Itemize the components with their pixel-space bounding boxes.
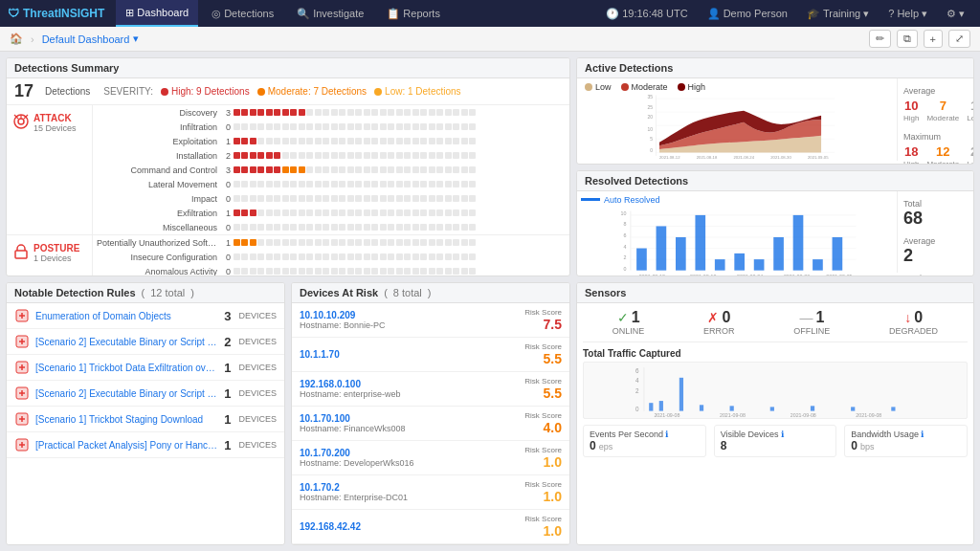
row-bars (233, 195, 477, 202)
active-detections-stats: Average 10 High 7 Moderate 1 Low (897, 78, 973, 161)
table-row: Infiltration 0 (93, 120, 569, 134)
bar-bg-cell (371, 268, 378, 275)
bar-bg-cell (355, 181, 362, 187)
rule-icon-3 (14, 386, 30, 401)
resolved-detections-svg: 10 8 6 4 2 0 (581, 207, 893, 277)
device-ip-3[interactable]: 10.1.70.100 (300, 413, 524, 424)
bar-high-cell (234, 138, 240, 144)
bar-bg-cell (453, 268, 459, 275)
devices-risk-title: Devices At Risk (300, 287, 378, 298)
nav-item-reports[interactable]: 📋 Reports (377, 0, 450, 27)
rule-count-3: 1 (224, 386, 231, 401)
device-ip-0[interactable]: 10.10.10.209 (300, 310, 524, 320)
bar-bg-cell (469, 166, 476, 173)
list-item: [Practical Packet Analysis] Pony or Hanc… (7, 432, 284, 458)
bar-bg-cell (266, 181, 273, 187)
rule-name-1[interactable]: [Scenario 2] Executable Binary or Script… (35, 337, 218, 347)
logo-text: ThreatINSIGHT (23, 7, 104, 20)
rule-name-5[interactable]: [Practical Packet Analysis] Pony or Hanc… (35, 440, 218, 451)
bottom-left-panels: Notable Detection Rules ( 12 total ) Enu… (6, 282, 570, 545)
device-risk-3: Risk Score 4.0 (524, 411, 562, 435)
device-ip-5[interactable]: 10.1.70.2 (300, 482, 524, 493)
bar-bg-cell (266, 224, 273, 231)
user-menu[interactable]: 👤 Demo Person (700, 8, 795, 20)
resolved-legend: Auto Resolved (581, 195, 893, 205)
svg-text:6: 6 (635, 367, 639, 374)
device-info-4: 10.1.70.200 Hostname: DeveloperWks016 (300, 448, 524, 468)
bar-bg-cell (396, 253, 403, 260)
active-detections-svg: 35 25 20 10 5 0 (581, 92, 893, 165)
bar-bg-cell (429, 181, 435, 187)
svg-point-1 (18, 119, 24, 124)
bar-bg-cell (436, 268, 443, 275)
bar-bg-cell (241, 123, 248, 130)
bar-high-cell (257, 166, 264, 173)
bar-high-cell (234, 152, 240, 159)
devices-value: 8 (721, 439, 727, 452)
bar-bg-cell (420, 268, 427, 275)
help-menu[interactable]: ? Help ▾ (880, 8, 935, 20)
edit-button[interactable]: ✏ (869, 30, 891, 48)
home-icon[interactable]: 🏠 (10, 33, 23, 45)
nav-item-detections[interactable]: ◎ Detections (202, 0, 283, 27)
device-ip-1[interactable]: 10.1.1.70 (300, 349, 524, 360)
bar-bg-cell (306, 209, 313, 216)
breadcrumb[interactable]: Default Dashboard ▾ (42, 33, 140, 45)
clock-icon: 🕐 (606, 8, 619, 20)
rule-name-2[interactable]: [Scenario 1] Trickbot Data Exfiltration … (35, 363, 218, 373)
bar-bg-cell (429, 253, 435, 260)
svg-rect-47 (734, 253, 745, 270)
bar-bg-cell (445, 253, 452, 260)
device-ip-4[interactable]: 10.1.70.200 (300, 448, 524, 458)
bar-bg-cell (420, 209, 427, 216)
sensors-panel: Sensors ✓ 1 ONLINE ✗ 0 ERROR (576, 282, 974, 545)
bar-bg-cell (404, 195, 411, 202)
bar-bg-cell (339, 195, 345, 202)
nav-item-dashboard[interactable]: ⊞ Dashboard (116, 0, 198, 27)
training-menu[interactable]: 🎓 Training ▾ (799, 8, 877, 20)
copy-button[interactable]: ⧉ (897, 30, 918, 48)
svg-rect-46 (715, 259, 725, 271)
device-ip-6[interactable]: 192.168.42.42 (300, 521, 524, 532)
category-icon-0 (12, 113, 30, 130)
rule-name-0[interactable]: Enumeration of Domain Objects (35, 311, 218, 321)
bar-bg-cell (420, 239, 427, 246)
notable-rules-panel: Notable Detection Rules ( 12 total ) Enu… (6, 282, 285, 545)
svg-text:2021-08-30: 2021-08-30 (784, 273, 810, 276)
moderate-legend-label: Moderate (632, 82, 668, 92)
bar-high-cell (274, 152, 280, 159)
bar-high-cell (250, 209, 256, 216)
bar-bg-cell (469, 109, 476, 116)
bar-bg-cell (412, 268, 419, 275)
error-label: ERROR (703, 326, 735, 336)
bar-bg-cell (282, 224, 289, 231)
rule-devices-1: DEVICES (238, 337, 277, 346)
svg-text:2021-09-08: 2021-09-08 (654, 412, 679, 418)
bar-bg-cell (331, 181, 338, 187)
bar-bg-cell (396, 239, 403, 246)
bar-bg-cell (234, 224, 240, 231)
resolved-legend-line (581, 198, 600, 201)
add-button[interactable]: + (924, 30, 943, 48)
bar-bg-cell (436, 239, 443, 246)
svg-text:4: 4 (635, 377, 639, 384)
reports-icon: 📋 (387, 8, 400, 20)
nav-item-investigate[interactable]: 🔍 Investigate (287, 0, 373, 27)
bar-bg-cell (266, 195, 273, 202)
offline-label: OFFLINE (793, 326, 830, 336)
bar-bg-cell (445, 152, 452, 159)
bar-bg-cell (234, 268, 240, 275)
rule-name-3[interactable]: [Scenario 2] Executable Binary or Script… (35, 388, 218, 399)
bar-bg-cell (469, 209, 476, 216)
bar-bg-cell (388, 152, 394, 159)
bar-bg-cell (234, 181, 240, 187)
row-count: 3 (221, 108, 231, 118)
bar-bg-cell (241, 224, 248, 231)
bar-bg-cell (299, 123, 305, 130)
settings-menu[interactable]: ⚙ ▾ (939, 8, 972, 20)
bar-bg-cell (436, 152, 443, 159)
fullscreen-button[interactable]: ⤢ (948, 30, 970, 48)
mod-max-num: 12 (926, 144, 959, 159)
device-ip-2[interactable]: 192.168.0.100 (300, 379, 524, 389)
rule-name-4[interactable]: [Scenario 1] Trickbot Staging Download (35, 414, 218, 425)
